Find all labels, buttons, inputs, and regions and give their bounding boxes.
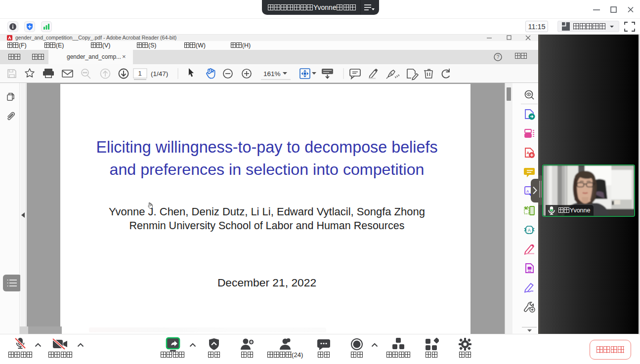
svg-text:1: 1 — [138, 70, 141, 77]
svg-text:A: A — [528, 228, 531, 233]
svg-text:161%: 161% — [263, 70, 281, 78]
svg-text:?: ? — [497, 54, 500, 60]
svg-text:A: A — [526, 189, 529, 194]
svg-text:(1/47): (1/47) — [151, 70, 168, 78]
